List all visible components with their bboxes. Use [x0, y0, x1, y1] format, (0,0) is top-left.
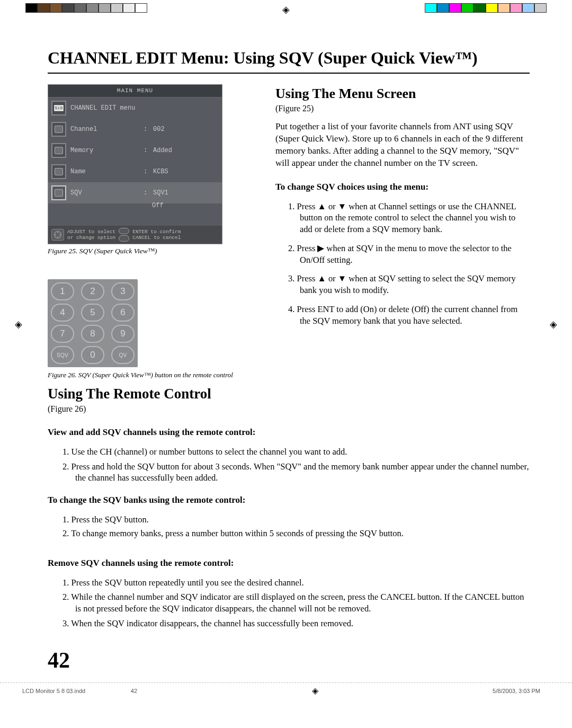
- crosshair-left-icon: ◈: [15, 318, 22, 331]
- print-slug: LCD Monitor 5 8 03.indd 42 ◈ 5/8/2003, 3…: [0, 682, 572, 700]
- crosshair-icon: ◈: [282, 3, 290, 16]
- crosshair-bottom-icon: ◈: [312, 685, 318, 697]
- using-menu-heading: Using The Menu Screen: [275, 84, 530, 103]
- keypad-6: 6: [111, 304, 135, 322]
- step-3: 3. Press ▲ or ▼ when at SQV setting to s…: [297, 273, 530, 296]
- intro-paragraph: Put together a list of your favorite cha…: [275, 121, 530, 170]
- figure-26-ref: (Figure 26): [48, 403, 530, 415]
- crosshair-right-icon: ◈: [550, 318, 557, 331]
- figure-25-ref: (Figure 25): [275, 103, 530, 114]
- change-banks-steps: 1. Press the SQV button. 2. To change me…: [48, 514, 530, 539]
- keypad-3: 3: [111, 282, 135, 300]
- page-title: CHANNEL EDIT Menu: Using SQV (Super Quic…: [48, 47, 530, 74]
- keypad-0: 0: [81, 346, 104, 364]
- dpad-icon: [51, 229, 64, 241]
- svg-marker-1: [57, 232, 58, 233]
- menu-row-sqv: SQV : SQV1: [48, 182, 222, 203]
- menu-row-channel: Channel : 002: [48, 119, 222, 140]
- colorbar-left: [25, 3, 147, 13]
- registration-marks-top: ◈: [0, 2, 572, 15]
- menu-section-row: 5₂8 CHANNEL EDIT menu: [48, 97, 222, 119]
- view-add-sub: View and add SQV channels using the remo…: [48, 427, 530, 439]
- menu-row-sqv-val2: Off: [48, 201, 222, 213]
- change-sqv-sub: To change SQV choices using the menu:: [275, 181, 530, 193]
- channel-edit-icon: 5₂8: [53, 104, 64, 112]
- menu-row-name: Name : KCBS: [48, 161, 222, 182]
- keypad-2: 2: [81, 282, 104, 300]
- keypad-7: 7: [51, 325, 74, 343]
- colorbar-right: [425, 3, 547, 13]
- keypad-1: 1: [51, 282, 74, 300]
- tv-icon: [55, 189, 63, 197]
- tv-icon: [55, 126, 63, 133]
- page-number: 42: [48, 645, 530, 676]
- step-1: 1. Press ▲ or ▼ when at Channel settings…: [297, 201, 530, 235]
- keypad-qv: QV: [111, 346, 135, 364]
- figure-26-caption: Figure 26. SQV (Super Quick View™) butto…: [48, 370, 244, 380]
- tv-icon: [55, 147, 63, 154]
- keypad-8: 8: [81, 325, 104, 343]
- menu-header: MAIN MENU: [48, 85, 222, 97]
- svg-marker-3: [55, 234, 56, 236]
- remote-keypad: 1 2 3 4 5 6 7 8 9 SQV 0 QV: [48, 279, 138, 367]
- remove-sqv-steps: 1. Press the SQV button repeatedly until…: [48, 577, 530, 629]
- keypad-sqv: SQV: [51, 346, 74, 364]
- change-banks-sub: To change the SQV banks using the remote…: [48, 494, 530, 507]
- menu-footer: ADJUST to select or change option ENTER …: [48, 226, 222, 244]
- step-2: 2. Press ▶ when at SQV in the menu to mo…: [297, 243, 530, 266]
- svg-marker-4: [59, 234, 60, 236]
- tv-icon: [55, 168, 63, 175]
- menu-section-label: CHANNEL EDIT menu: [70, 104, 139, 112]
- cancel-icon: [119, 235, 129, 242]
- menu-row-memory: Memory : Added: [48, 140, 222, 161]
- using-remote-heading: Using The Remote Control: [48, 384, 530, 403]
- svg-marker-2: [57, 236, 58, 237]
- keypad-4: 4: [51, 304, 74, 322]
- menu-screenshot: MAIN MENU 5₂8 CHANNEL EDIT menu Channel …: [48, 84, 222, 244]
- keypad-9: 9: [111, 325, 135, 343]
- figure-25-caption: Figure 25. SQV (Super Quick View™): [48, 246, 254, 256]
- keypad-5: 5: [81, 304, 104, 322]
- view-add-steps: 1. Use the CH (channel) or number button…: [48, 446, 530, 484]
- step-4: 4. Press ENT to add (On) or delete (Off)…: [297, 304, 530, 327]
- remove-sqv-sub: Remove SQV channels using the remote con…: [48, 557, 530, 570]
- enter-icon: [119, 228, 129, 234]
- menu-steps: 1. Press ▲ or ▼ when at Channel settings…: [275, 201, 530, 327]
